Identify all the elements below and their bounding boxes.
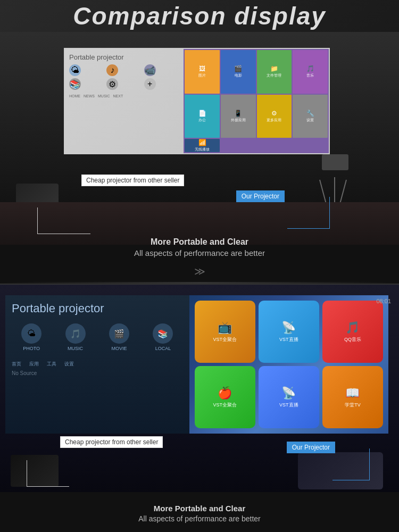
app-vstlive1: 📡 VST直播 [259,301,319,363]
vstlive1-icon: 📡 [281,321,296,335]
app-vst: 📺 VST全聚合 [195,301,255,363]
proj-nav-bottom: 首页 应用 工具 设置 [12,361,183,368]
tile-office: 📄办公 [185,95,220,138]
app-vstlive2: 📡 VST直播 [259,366,319,428]
tile-music: 🎵音乐 [293,50,328,94]
label-our-top: Our Projector [236,190,285,202]
connector-cheap-bottom [27,460,69,487]
header: Comparison display [0,0,399,32]
vstlive1-label: VST直播 [279,336,298,343]
vstlive2-label: VST直播 [279,402,298,409]
icon-video: 📹 [144,64,156,76]
bottom-panel: 08:01 Portable projector 🌤 PHOTO 🎵 MUSIC [0,284,399,532]
icon-photo-label: PHOTO [23,346,40,351]
proj-screen-bottom: Portable projector 🌤 PHOTO 🎵 MUSIC 🎬 [5,295,388,434]
chevron-down-icon: ≫ [0,265,399,278]
proj-right-our-bottom: 📺 VST全聚合 📡 VST直播 🎵 QQ音乐 🍎 VST全聚合 [189,295,388,434]
proj-icons-bottom: 🌤 PHOTO 🎵 MUSIC 🎬 MOVIE 📚 [12,323,183,351]
caption-top: More Portable and Clear All aspects of p… [0,231,399,261]
caption-top-line2: All aspects of performance are better [0,248,399,257]
vst-label: VST全聚合 [213,336,237,343]
icon-local-circle: 📚 [153,323,173,344]
tile-picture: 🖼图片 [185,50,220,94]
proj-left-cheap-bottom: Portable projector 🌤 PHOTO 🎵 MUSIC 🎬 [5,295,189,434]
tile-settings: 🔧设置 [293,95,328,138]
label-our-bottom: Our Projector [287,442,335,453]
connector-our-bottom [332,448,370,480]
icon-music: ♪ [106,64,118,76]
icon-music-bottom: 🎵 MUSIC [55,323,95,351]
caption-bottom: More Portable and Clear All aspects of p… [0,500,399,523]
icon-movie-label: MOVIE [111,346,127,351]
tile-wireless: 📶无线播放 [185,139,220,152]
icon-movie-circle: 🎬 [109,323,129,344]
proj-title-bottom: Portable projector [12,302,183,315]
icon-local-label: LOCAL [155,346,171,351]
caption-bottom-line1: More Portable and Clear [0,504,399,513]
top-panel: Portable projector 🌤 ♪ 📹 📚 ⚙ + HOME NEWS… [0,32,399,282]
tile-files: 📁文件管理 [257,50,292,94]
icon-cloud: 🌤 [69,64,81,76]
proj-right-our: 🖼图片 🎬电影 📁文件管理 🎵音乐 📄办公 📱外接应用 ⚙更多应用 🔧设置 📶无… [184,49,329,153]
nav-apps: 应用 [29,361,39,368]
tile-movie: 🎬电影 [221,50,256,94]
vst-icon: 📺 [218,321,232,335]
icon-book: 📚 [69,78,81,90]
proj-left-cheap: Portable projector 🌤 ♪ 📹 📚 ⚙ + HOME NEWS… [65,49,184,153]
vstlive2-icon: 📡 [281,386,296,400]
label-cheap-bottom: Cheap projector from other seller [60,436,163,448]
nav-settings: 设置 [64,361,74,368]
tile-apps: 📱外接应用 [221,95,256,138]
connector-our-top [287,197,330,229]
icon-settings: ⚙ [106,78,118,90]
proj-title-top: Portable projector [69,53,179,61]
page-title: Comparison display [73,2,326,30]
xuetang-icon: 📖 [345,386,360,400]
icon-music-circle: 🎵 [65,323,86,344]
qq-label: QQ音乐 [344,336,361,343]
icon-extra: + [144,78,156,90]
caption-top-line1: More Portable and Clear [0,237,399,247]
icon-local-bottom: 📚 LOCAL [143,323,182,351]
vst2-icon: 🍎 [218,386,232,400]
nav-home: 首页 [12,361,21,368]
icon-photo-bottom: 🌤 PHOTO [12,323,51,351]
page-wrapper: Comparison display Portable projector 🌤 … [0,0,399,532]
icon-music-label: MUSIC [68,346,83,351]
tile-more: ⚙更多应用 [257,95,292,138]
icon-movie-bottom: 🎬 MOVIE [99,323,139,351]
connector-cheap-top [37,207,90,234]
app-xuetang: 📖 学堂TV [322,366,383,428]
tripod-head [322,154,348,170]
no-source-text: No Source [12,370,183,376]
nav-tools: 工具 [47,361,56,368]
caption-bottom-line2: All aspects of performance are better [0,514,399,523]
qq-icon: 🎵 [345,321,360,335]
label-cheap-top: Cheap projector from other seller [81,174,184,186]
vst2-label: VST全聚合 [213,402,237,409]
xuetang-label: 学堂TV [345,402,361,409]
app-qq: 🎵 QQ音乐 [322,301,383,363]
time-indicator: 08:01 [376,298,391,304]
app-vst2: 🍎 VST全聚合 [195,366,255,428]
icon-cloud-circle: 🌤 [21,323,41,344]
proj-screen-top: Portable projector 🌤 ♪ 📹 📚 ⚙ + HOME NEWS… [64,48,330,154]
proj-icons-left: 🌤 ♪ 📹 📚 ⚙ + [69,64,179,90]
